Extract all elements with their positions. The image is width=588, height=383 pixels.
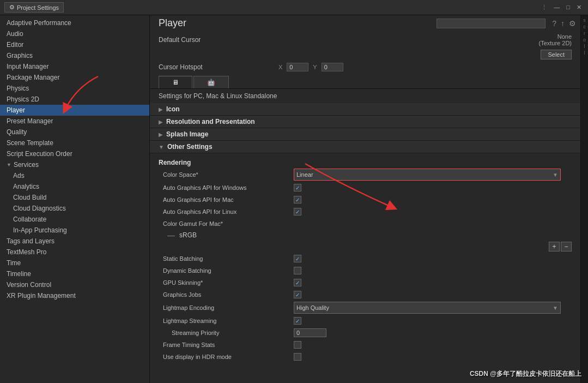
select-cursor-button[interactable]: Select: [541, 50, 572, 59]
sidebar-item-input-manager[interactable]: Input Manager: [0, 61, 149, 72]
x-input[interactable]: [287, 63, 308, 71]
sidebar-item-quality[interactable]: Quality: [0, 127, 149, 137]
gpu-skinning-label: GPU Skinning*: [163, 279, 294, 286]
lightmap-encoding-dropdown[interactable]: High Quality ▼: [294, 302, 561, 314]
frame-timing-checkbox[interactable]: [294, 341, 301, 349]
sidebar-item-cloud-build[interactable]: Cloud Build: [0, 192, 149, 203]
search-input[interactable]: [437, 19, 545, 28]
sidebar-item-scene-template[interactable]: Scene Template: [0, 137, 149, 148]
default-cursor-label: Default Cursor: [159, 36, 278, 44]
sidebar-item-in-app-purchasing[interactable]: In-App Purchasing: [0, 225, 149, 236]
services-arrow-icon: ▼: [7, 162, 11, 167]
settings-gear-icon[interactable]: ⚙: [569, 19, 576, 28]
help-icon[interactable]: ?: [552, 19, 556, 28]
sidebar-item-package-manager[interactable]: Package Manager: [0, 72, 149, 83]
auto-graphics-mac-label: Auto Graphics API for Mac: [163, 196, 294, 203]
main-layout: Adaptive Performance Audio Editor Graphi…: [0, 15, 588, 383]
sidebar-item-preset-manager[interactable]: Preset Manager: [0, 116, 149, 127]
sidebar-item-ads[interactable]: Ads: [0, 170, 149, 181]
sidebar-item-adaptive-performance[interactable]: Adaptive Performance: [0, 17, 149, 28]
streaming-priority-input[interactable]: [294, 328, 326, 337]
auto-graphics-mac-checkbox[interactable]: ✓: [294, 196, 301, 204]
coord-group: X Y: [278, 63, 343, 71]
section-icon[interactable]: ▶ Icon: [150, 103, 580, 116]
color-space-label: Color Space*: [163, 171, 294, 178]
upload-icon[interactable]: ↑: [561, 19, 565, 28]
sidebar-item-textmesh[interactable]: TextMesh Pro: [0, 247, 149, 258]
scroll-char-o: o: [583, 37, 586, 43]
cursor-hotspot-label: Cursor Hotspot: [159, 63, 278, 71]
close-icon[interactable]: ✕: [574, 4, 584, 11]
static-batching-label: Static Batching: [163, 255, 294, 262]
sidebar-services-label: Services: [14, 161, 39, 169]
more-icon[interactable]: ⋮: [539, 4, 549, 11]
sidebar-item-collaborate[interactable]: Collaborate: [0, 214, 149, 225]
default-cursor-row: Default Cursor None (Texture 2D): [150, 31, 580, 49]
tab-android[interactable]: 🤖: [193, 76, 229, 88]
section-resolution[interactable]: ▶ Resolution and Presentation: [150, 116, 580, 128]
tab-pc[interactable]: 🖥: [159, 76, 192, 88]
plus-minus-row: + −: [150, 241, 580, 253]
titlebar-controls: ⋮ — □ ✕: [539, 4, 584, 11]
sidebar-item-timeline[interactable]: Timeline: [0, 268, 149, 279]
sidebar-item-version-control[interactable]: Version Control: [0, 279, 149, 290]
dynamic-batching-checkbox[interactable]: [294, 267, 301, 274]
sidebar-item-player[interactable]: Player: [0, 105, 149, 116]
add-button[interactable]: +: [549, 242, 560, 252]
sidebar-item-physics[interactable]: Physics: [0, 83, 149, 94]
page-title: Player: [159, 17, 186, 29]
color-space-value: Linear: [296, 171, 313, 178]
y-label: Y: [313, 64, 317, 70]
static-batching-checkbox[interactable]: ✓: [294, 255, 301, 262]
scroll-char-c: c: [583, 24, 586, 29]
gpu-skinning-checkbox[interactable]: ✓: [294, 279, 301, 286]
lightmap-streaming-checkbox[interactable]: ✓: [294, 317, 301, 325]
sidebar-item-analytics[interactable]: Analytics: [0, 181, 149, 192]
none-label: None (Texture 2D): [538, 33, 572, 46]
section-other-settings[interactable]: ▼ Other Settings: [150, 141, 580, 153]
auto-graphics-windows-checkbox[interactable]: ✓: [294, 184, 301, 192]
titlebar-title: ⚙ Project Settings: [4, 2, 64, 13]
sidebar-item-graphics[interactable]: Graphics: [0, 50, 149, 61]
scroll-indicator: s: [583, 17, 586, 23]
other-settings-title: Other Settings: [167, 143, 213, 151]
maximize-icon[interactable]: □: [564, 4, 572, 11]
section-splash[interactable]: ▶ Splash Image: [150, 128, 580, 141]
color-space-dropdown[interactable]: Linear ▼: [294, 169, 561, 181]
other-settings-content: Rendering Color Space* Linear ▼ Auto Gra…: [150, 153, 580, 365]
lightmap-dropdown-arrow: ▼: [553, 305, 558, 311]
scroll-char-l2: l: [584, 50, 585, 56]
lightmap-streaming-row: Lightmap Streaming ✓: [150, 315, 580, 327]
minimize-icon[interactable]: —: [551, 4, 562, 11]
sidebar-item-tags-layers[interactable]: Tags and Layers: [0, 236, 149, 247]
scroll-char-r: r: [584, 31, 585, 36]
pc-icon: 🖥: [172, 79, 179, 86]
color-gamut-label: Color Gamut For Mac*: [163, 220, 294, 227]
sidebar-item-physics-2d[interactable]: Physics 2D: [0, 94, 149, 105]
content-panel: Player ? ↑ ⚙ Default Cursor None (Textur…: [150, 15, 580, 383]
icon-section-arrow: ▶: [159, 106, 163, 112]
sidebar-item-audio[interactable]: Audio: [0, 28, 149, 39]
hdr-checkbox[interactable]: [294, 353, 301, 361]
sidebar-item-services[interactable]: ▼ Services: [0, 159, 149, 170]
titlebar: ⚙ Project Settings ⋮ — □ ✕: [0, 0, 588, 15]
sidebar-item-time[interactable]: Time: [0, 258, 149, 268]
sidebar-item-cloud-diagnostics[interactable]: Cloud Diagnostics: [0, 203, 149, 214]
auto-graphics-linux-checkbox[interactable]: ✓: [294, 208, 301, 216]
graphics-jobs-checkbox[interactable]: ✓: [294, 291, 301, 298]
graphics-jobs-label: Graphics Jobs: [163, 291, 294, 298]
sidebar-item-editor[interactable]: Editor: [0, 39, 149, 50]
sidebar-item-script-execution[interactable]: Script Execution Order: [0, 148, 149, 159]
y-input[interactable]: [322, 63, 343, 71]
dash-icon: —: [167, 231, 175, 240]
sidebar-item-xr[interactable]: XR Plugin Management: [0, 290, 149, 301]
auto-graphics-windows-row: Auto Graphics API for Windows ✓: [150, 182, 580, 194]
srgb-row: — sRGB: [150, 230, 580, 241]
scroll-char-l: l: [584, 44, 585, 49]
srgb-label: sRGB: [179, 231, 197, 239]
remove-button[interactable]: −: [561, 242, 572, 252]
hdr-row: Use display in HDR mode: [150, 351, 580, 363]
gpu-skinning-row: GPU Skinning* ✓: [150, 277, 580, 289]
color-gamut-row: Color Gamut For Mac*: [150, 218, 580, 230]
lightmap-encoding-row: Lightmap Encoding High Quality ▼: [150, 301, 580, 315]
